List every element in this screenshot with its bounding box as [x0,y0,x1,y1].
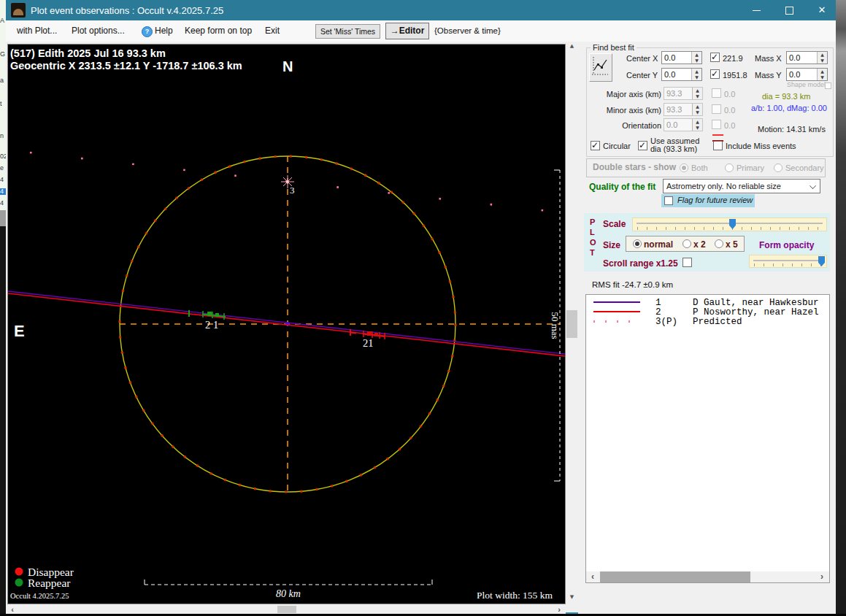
orientation-fit-checkbox[interactable] [712,120,721,129]
plot-vertical-scrollbar[interactable]: ▲ ▼ [566,42,578,604]
center-x-spin-arrows[interactable]: ▲▼ [691,52,701,63]
minor-axis-value: 93.3 [664,104,692,115]
reappear-legend-dot [15,579,23,587]
include-miss-label: Include Miss events [726,142,796,150]
menu-with-plot[interactable]: with Plot... [17,20,57,42]
shape-model-checkbox[interactable] [825,82,831,89]
size-x5-radio[interactable] [715,239,723,248]
list-item[interactable]: 2 P Nosworthy, near Hazel [586,307,829,317]
horizontal-scroll-thumb[interactable] [277,606,296,613]
menu-plot-options[interactable]: Plot options... [72,20,125,42]
major-fit-checkbox[interactable] [712,88,721,98]
plot-horizontal-scrollbar[interactable]: ‹ › [6,605,566,614]
mass-y-spinner[interactable]: 0.0 ▲▼ [786,68,828,81]
maximize-button[interactable] [773,0,805,20]
help-icon[interactable]: ? [142,26,153,37]
major-axis-spinner[interactable]: 93.3 ▲▼ [664,87,703,100]
close-button[interactable]: ✕ [806,0,838,20]
observer-name: D Gault, near Hawkesbur [693,298,819,308]
set-miss-times-button[interactable]: Set 'Miss' Times [315,24,380,39]
minor-fit-checkbox[interactable] [712,104,721,114]
menu-help[interactable]: Help [155,20,173,42]
sliver-text: 02 [0,153,6,160]
sliver-divider [0,210,6,226]
size-radio-group: normal x 2 x 5 [626,236,745,252]
radio-primary[interactable] [725,163,734,172]
mass-x-value: 0.0 [787,52,817,63]
size-x5-label: x 5 [726,239,738,250]
quality-label: Quality of the fit [589,182,655,192]
menu-bar: with Plot... Plot options... ? Help Keep… [6,20,836,42]
mass-y-spin-arrows[interactable]: ▲▼ [817,69,827,80]
minimize-icon [753,10,761,11]
radio-secondary[interactable] [774,163,782,172]
scroll-range-checkbox[interactable] [682,258,692,267]
east-label: E [14,322,25,340]
list-item[interactable]: 1 D Gault, near Hawkesbur [586,298,829,307]
list-item[interactable]: 3(P) Predicted [586,317,829,326]
minimize-button[interactable] [740,0,772,20]
list-horizontal-scrollbar[interactable]: ‹ › [586,571,829,582]
size-x2-radio[interactable] [682,239,691,248]
major-axis-spin-arrows: ▲▼ [692,88,702,99]
star-label: 3 [290,185,295,196]
center-y-label: Center Y [626,71,658,80]
menu-keep-on-top[interactable]: Keep form on top [185,20,252,42]
motion-label: Motion: 14.31 km/s [758,125,826,134]
menu-exit[interactable]: Exit [265,20,280,42]
predicted-line-sample [593,320,640,323]
size-x2-label: x 2 [693,239,706,250]
list-scroll-thumb[interactable] [600,571,750,582]
title-bar[interactable]: Plot event observations : Occult v.4.202… [6,0,836,20]
center-y-spinner[interactable]: 0.0 ▲▼ [661,68,702,81]
observer-name: Predicted [693,317,742,327]
plot-letter-l: L [590,228,595,236]
major-fit-value: 0.0 [724,90,735,99]
circular-label: Circular [603,142,631,150]
center-y-spin-arrows[interactable]: ▲▼ [691,69,701,80]
quality-combobox[interactable]: Astrometry only. No reliable size [663,179,820,193]
radio-both[interactable] [680,163,688,172]
plot-width-label: Plot width: 155 km [477,590,553,601]
version-label: Occult 4.2025.7.25 [10,592,69,600]
scroll-up-icon[interactable]: ▲ [566,43,578,49]
fit-x-checkbox[interactable] [710,53,720,62]
major-axis-label: Major axis (km) [599,90,661,99]
chord-1-line-sample [593,301,640,303]
reappear-chord-label: 2 1 [205,319,218,331]
mass-y-label: Mass Y [755,71,781,80]
scale-slider[interactable] [632,217,827,231]
chevron-down-icon [810,182,816,189]
mass-x-spin-arrows[interactable]: ▲▼ [817,52,827,63]
occultation-plot[interactable]: (517) Edith 2025 Jul 16 93.3 km Geocentr… [8,45,565,604]
size-normal-radio[interactable] [633,239,642,248]
observer-list[interactable]: 1 D Gault, near Hawkesbur 2 P Nosworthy,… [585,294,830,583]
double-stars-legend: Double stars - show [593,162,676,172]
size-normal-label: normal [644,239,673,250]
scroll-down-icon[interactable]: ▼ [566,594,578,600]
fit-x-value: 221.9 [723,54,743,63]
disappear-legend-dot [15,568,23,576]
plot-title: (517) Edith 2025 Jul 16 93.3 km [10,47,166,59]
mass-x-spinner[interactable]: 0.0 ▲▼ [786,51,828,64]
minor-axis-spinner[interactable]: 93.3 ▲▼ [664,103,703,116]
scroll-right-icon[interactable]: › [555,605,564,614]
flag-review-checkbox[interactable] [664,196,673,205]
center-x-spinner[interactable]: 0.0 ▲▼ [661,51,702,64]
list-scroll-right-icon[interactable]: › [818,572,826,582]
fit-graph-button[interactable] [589,53,612,82]
fit-y-checkbox[interactable] [710,69,720,79]
scroll-left-icon[interactable]: ‹ [8,605,17,614]
vertical-scroll-thumb[interactable] [566,310,577,338]
editor-button[interactable]: →Editor [385,23,429,39]
use-assumed-checkbox[interactable] [638,141,647,150]
include-miss-checkbox[interactable] [713,141,723,150]
form-opacity-slider[interactable] [749,255,827,268]
plot-geocentric: Geocentric X 2313.5 ±12.1 Y -1718.7 ±106… [10,60,242,72]
orientation-spinner[interactable]: 0.0 ▲▼ [664,118,703,131]
km-scale-label: 80 km [276,588,301,599]
circular-checkbox[interactable] [591,141,600,150]
sliver-text: 4 [0,200,4,207]
list-scroll-left-icon[interactable]: ‹ [588,572,597,582]
observer-number: 2 [655,307,661,317]
